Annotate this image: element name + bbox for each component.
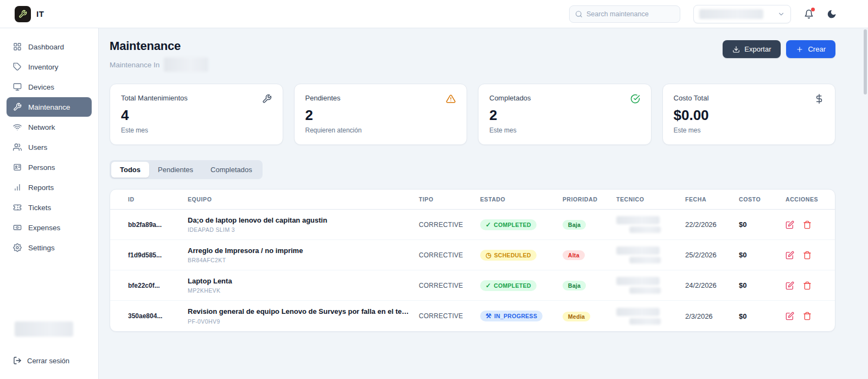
id-card-icon (13, 163, 22, 172)
table-header: ID EQUIPO TIPO ESTADO PRIORIDAD TECNICO … (110, 190, 835, 210)
sidebar-item-devices[interactable]: Devices (7, 77, 92, 97)
column-header: TECNICO (616, 196, 685, 203)
user-dropdown[interactable] (693, 5, 791, 23)
cell-tecnico-redacted (616, 308, 685, 325)
edit-icon (786, 281, 794, 290)
equipo-title: Revision general de equipo Lenovo de Sur… (188, 307, 419, 316)
cell-prioridad: Baja (563, 280, 616, 290)
equipo-title: Laptop Lenta (188, 277, 419, 286)
sidebar-item-tickets[interactable]: Tickets (7, 198, 92, 217)
table-row: f1d9d585... Arreglo de Impresora / no im… (110, 240, 835, 270)
edit-button[interactable] (786, 220, 794, 229)
scrollbar-thumb[interactable] (864, 29, 867, 94)
wifi-icon (13, 123, 22, 131)
status-badge: COMPLETED (480, 219, 537, 230)
stat-card-completed: Completados 2 Este mes (478, 84, 652, 145)
sidebar-item-persons[interactable]: Persons (7, 157, 92, 177)
cell-costo: $0 (739, 251, 786, 259)
delete-button[interactable] (803, 220, 812, 229)
cell-id: bb2fa89a... (128, 221, 188, 229)
logo-wrench-icon (15, 6, 31, 22)
sidebar-item-maintenance[interactable]: Maintenance (7, 97, 92, 117)
search-input[interactable] (586, 10, 668, 18)
stat-caption: Requieren atención (305, 127, 456, 134)
table-row: 350ae804... Revision general de equipo L… (110, 301, 835, 331)
scrollbar[interactable] (863, 0, 868, 379)
status-badge: IN_PROGRESS (480, 311, 542, 321)
sidebar-item-label: Inventory (28, 63, 59, 71)
stat-label: Total Mantenimientos (121, 94, 188, 102)
stat-caption: Este mes (489, 127, 640, 134)
tab-pendientes[interactable]: Pendientes (149, 162, 202, 178)
equipo-subtitle: PF-0V0HV9 (188, 318, 419, 325)
tab-completados[interactable]: Completados (202, 162, 261, 178)
sidebar-item-settings[interactable]: Settings (7, 238, 92, 257)
sidebar-item-users[interactable]: Users (7, 137, 92, 157)
edit-icon (786, 220, 794, 229)
page-subtitle: Maintenance In (110, 61, 159, 69)
sidebar-item-network[interactable]: Network (7, 117, 92, 137)
sidebar-item-dashboard[interactable]: Dashboard (7, 37, 92, 56)
delete-button[interactable] (803, 251, 812, 260)
stat-card-pending: Pendientes 2 Requieren atención (294, 84, 468, 145)
sidebar-item-inventory[interactable]: Inventory (7, 57, 92, 77)
logout-icon (13, 356, 22, 365)
sidebar-item-label: Persons (28, 163, 55, 172)
sidebar-item-expenses[interactable]: Expenses (7, 218, 92, 237)
sidebar: Dashboard Inventory Devices Maintenance … (0, 28, 99, 379)
edit-button[interactable] (786, 251, 794, 260)
export-button-label: Exportar (744, 45, 771, 53)
column-header: TIPO (419, 196, 480, 203)
sidebar-item-reports[interactable]: Reports (7, 178, 92, 197)
trash-icon (803, 251, 812, 260)
dollar-icon (814, 94, 824, 104)
column-header: ID (128, 196, 188, 203)
table-row: bb2fa89a... Da;o de laptop lenovo del ca… (110, 210, 835, 240)
delete-button[interactable] (803, 312, 812, 320)
cell-equipo: Laptop Lenta MP2KHEVK (188, 277, 419, 294)
edit-button[interactable] (786, 281, 794, 290)
status-badge: COMPLETED (480, 280, 537, 291)
column-header: PRIORIDAD (563, 196, 616, 203)
delete-button[interactable] (803, 281, 812, 290)
logout-button[interactable]: Cerrar sesión (7, 352, 92, 369)
stat-value: 2 (489, 107, 640, 124)
sidebar-item-label: Expenses (28, 224, 60, 232)
gear-icon (13, 243, 22, 252)
equipo-subtitle: IDEAPAD SLIM 3 (188, 226, 419, 233)
theme-toggle-button[interactable] (827, 9, 837, 19)
tab-todos[interactable]: Todos (111, 162, 149, 178)
notifications-button[interactable] (804, 9, 814, 19)
stat-label: Costo Total (674, 94, 709, 102)
grid-icon (13, 42, 22, 51)
edit-icon (786, 251, 794, 260)
cell-equipo: Arreglo de Impresora / no imprime BR84AF… (188, 247, 419, 263)
check-circle-icon (630, 94, 640, 104)
column-header: COSTO (739, 196, 786, 203)
cell-fecha: 25/2/2026 (685, 251, 739, 259)
create-button[interactable]: Crear (786, 40, 835, 58)
chevron-down-icon (777, 10, 785, 18)
cell-tipo: CORRECTIVE (419, 312, 480, 320)
cell-id: f1d9d585... (128, 251, 188, 259)
cell-equipo: Revision general de equipo Lenovo de Sur… (188, 307, 419, 324)
search-box[interactable] (569, 5, 680, 23)
cell-prioridad: Baja (563, 219, 616, 230)
edit-icon (786, 312, 794, 320)
plus-icon (796, 46, 803, 53)
edit-button[interactable] (786, 312, 794, 320)
export-button[interactable]: Exportar (723, 40, 781, 58)
equipo-subtitle: MP2KHEVK (188, 287, 419, 294)
cell-prioridad: Alta (563, 250, 616, 260)
priority-badge: Baja (563, 220, 586, 230)
sidebar-item-label: Users (28, 143, 47, 151)
column-header: ESTADO (480, 196, 563, 203)
logout-label: Cerrar sesión (27, 357, 69, 365)
banknote-icon (13, 223, 22, 232)
status-badge: SCHEDULED (480, 250, 537, 261)
wrench-icon (13, 103, 22, 111)
download-icon (732, 46, 740, 53)
cell-tecnico-redacted (616, 216, 685, 233)
warning-triangle-icon (446, 94, 456, 104)
topbar: IT (0, 0, 868, 28)
